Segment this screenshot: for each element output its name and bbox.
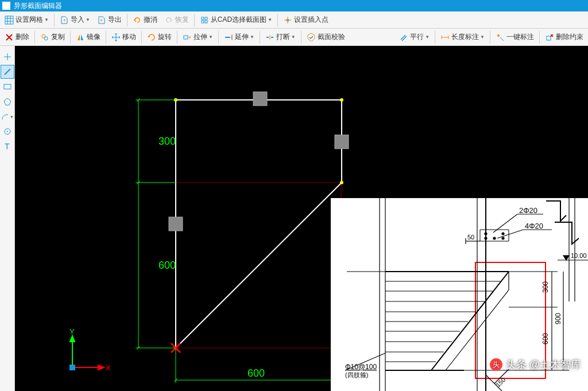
copy-icon — [40, 33, 49, 42]
svg-marker-65 — [70, 336, 75, 342]
extend-button[interactable]: 延伸▼ — [220, 29, 258, 45]
svg-rect-46 — [253, 92, 267, 106]
point-tool[interactable] — [1, 50, 14, 64]
validate-button[interactable]: 截面校验 — [303, 29, 349, 45]
chevron-down-icon: ▼ — [268, 17, 272, 22]
insert-point-button[interactable]: 设置插入点 — [280, 12, 332, 28]
delete-constraint-button[interactable]: 删除约束 — [541, 29, 587, 45]
draw-tools-panel: ▼ T — [0, 46, 15, 391]
break-button[interactable]: 打断▼ — [262, 29, 299, 45]
svg-point-15 — [44, 37, 48, 40]
svg-rect-48 — [169, 217, 183, 231]
svg-line-29 — [500, 37, 504, 41]
rotate-icon — [147, 33, 156, 42]
svg-rect-47 — [335, 135, 349, 149]
svg-point-96 — [485, 237, 487, 239]
drawing-canvas[interactable]: 300 600 600 Y — [15, 46, 588, 391]
svg-point-44 — [340, 98, 343, 102]
import-button[interactable]: 导入▼ — [56, 12, 94, 28]
chevron-down-icon: ▼ — [44, 17, 49, 22]
svg-marker-104 — [563, 255, 569, 260]
copy-button[interactable]: 复制 — [37, 29, 68, 45]
toolbar-edit: 删除 复制 镜像 移动 旋转 拉伸▼ 延伸▼ 打断▼ 截面校验 平行▼ — [0, 29, 588, 46]
delete-button[interactable]: 删除 — [1, 29, 33, 45]
svg-text:600: 600 — [541, 333, 550, 344]
svg-rect-6 — [205, 17, 207, 20]
svg-point-95 — [502, 233, 504, 235]
svg-text:(四肢箍): (四肢箍) — [345, 371, 368, 378]
arc-tool[interactable]: ▼ — [1, 110, 14, 123]
svg-rect-30 — [547, 36, 551, 40]
import-icon — [60, 16, 69, 25]
svg-rect-16 — [184, 36, 188, 39]
auto-dim-button[interactable]: 一键标注 — [492, 29, 537, 45]
chevron-down-icon: ▼ — [291, 34, 296, 40]
svg-point-94 — [485, 233, 487, 235]
svg-rect-68 — [69, 365, 75, 370]
grid-settings-button[interactable]: 设置网格▼ — [1, 12, 52, 28]
export-icon — [97, 16, 106, 25]
svg-rect-36 — [4, 84, 11, 89]
svg-line-23 — [401, 35, 405, 40]
chevron-down-icon: ▼ — [425, 34, 430, 40]
svg-point-97 — [493, 237, 496, 239]
window-title: 异形截面编辑器 — [14, 1, 62, 11]
redo-button[interactable]: 恢复 — [161, 12, 192, 28]
svg-marker-67 — [98, 365, 104, 370]
svg-point-39 — [7, 131, 8, 132]
toutiao-logo-icon: 头 — [490, 358, 502, 371]
svg-point-45 — [340, 181, 343, 184]
chevron-down-icon: ▼ — [250, 34, 254, 40]
redo-icon — [164, 16, 173, 25]
move-icon — [111, 33, 121, 42]
svg-text:10.00: 10.00 — [571, 252, 587, 259]
dim-bot-height: 600 — [158, 260, 176, 271]
svg-text:50: 50 — [467, 234, 474, 241]
svg-rect-8 — [205, 21, 207, 23]
chevron-down-icon: ▼ — [480, 34, 485, 40]
svg-line-24 — [402, 36, 407, 41]
mirror-button[interactable]: 镜像 — [72, 29, 104, 45]
svg-line-35 — [5, 69, 10, 75]
mirror-icon — [76, 33, 85, 42]
break-icon — [265, 33, 274, 42]
undo-button[interactable]: 撤消 — [129, 12, 161, 28]
svg-rect-5 — [202, 17, 204, 20]
validate-icon — [307, 33, 316, 42]
auto-dim-icon — [496, 33, 505, 42]
chevron-down-icon: ▼ — [208, 34, 213, 40]
svg-rect-0 — [5, 16, 13, 24]
cad-icon — [200, 16, 209, 25]
svg-point-98 — [502, 237, 504, 239]
circle-tool[interactable] — [1, 125, 14, 138]
move-button[interactable]: 移动 — [108, 29, 140, 45]
text-tool[interactable]: T — [1, 140, 14, 153]
ucs-icon: Y X — [69, 327, 111, 372]
polygon-tool[interactable] — [1, 95, 14, 109]
svg-line-101 — [497, 230, 523, 238]
length-dim-button[interactable]: 长度标注▼ — [437, 29, 488, 45]
chevron-down-icon: ▼ — [86, 17, 90, 22]
export-button[interactable]: 导出 — [94, 12, 125, 28]
svg-text:T: T — [5, 142, 10, 151]
parallel-button[interactable]: 平行▼ — [396, 29, 433, 45]
stretch-button[interactable]: 拉伸▼ — [179, 29, 216, 45]
app-icon — [2, 2, 10, 10]
undo-icon — [133, 16, 142, 25]
svg-text:Φ10@100: Φ10@100 — [345, 363, 377, 371]
parallel-icon — [399, 33, 408, 42]
ruler-icon — [440, 33, 450, 42]
svg-rect-7 — [202, 21, 204, 23]
svg-text:2Φ20: 2Φ20 — [519, 206, 537, 215]
dim-width: 600 — [247, 367, 265, 379]
from-cad-button[interactable]: 从CAD选择截面图▼ — [196, 12, 276, 28]
rotate-button[interactable]: 旋转 — [144, 29, 175, 45]
svg-text:4Φ20: 4Φ20 — [525, 222, 543, 230]
stretch-icon — [183, 33, 192, 42]
delete-constraint-icon — [545, 33, 554, 42]
insert-point-icon — [283, 16, 292, 25]
svg-text:Y: Y — [69, 327, 75, 336]
line-tool[interactable] — [1, 65, 14, 79]
toolbar-main: 设置网格▼ 导入▼ 导出 撤消 恢复 从CAD选择截面图▼ 设置插入点 — [0, 11, 588, 29]
rect-tool[interactable] — [1, 80, 14, 94]
